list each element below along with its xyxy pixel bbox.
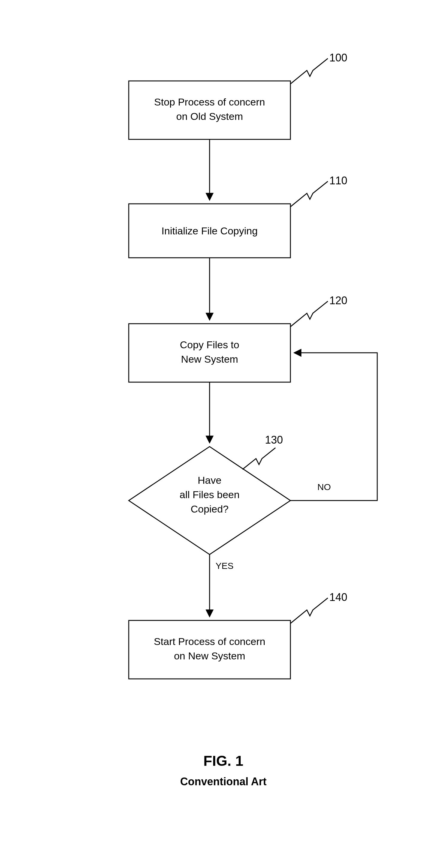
ref-120-text: 120 bbox=[329, 294, 347, 307]
diamond-130-line2: all Files been bbox=[180, 489, 240, 500]
ref-140: 140 bbox=[290, 591, 347, 623]
ref-110-text: 110 bbox=[329, 175, 347, 187]
label-no: NO bbox=[317, 482, 331, 492]
arrow-no-loop bbox=[290, 353, 377, 500]
ref-130: 130 bbox=[242, 434, 283, 469]
ref-100-text: 100 bbox=[329, 52, 347, 64]
box-start-process-new: Start Process of concern on New System bbox=[129, 620, 290, 679]
ref-110: 110 bbox=[290, 175, 347, 207]
svg-rect-4 bbox=[129, 620, 290, 679]
ref-140-text: 140 bbox=[329, 591, 347, 603]
ref-130-text: 130 bbox=[265, 434, 283, 446]
box-stop-process-old: Stop Process of concern on Old System bbox=[129, 81, 290, 140]
box-120-line1: Copy Files to bbox=[180, 339, 239, 350]
label-yes: YES bbox=[215, 561, 234, 571]
ref-100: 100 bbox=[290, 52, 347, 84]
ref-120: 120 bbox=[290, 294, 347, 327]
diamond-all-copied: Have all Files been Copied? bbox=[129, 446, 290, 555]
box-100-line1: Stop Process of concern bbox=[154, 96, 265, 107]
box-copy-files: Copy Files to New System bbox=[129, 324, 290, 382]
box-100-line2: on Old System bbox=[176, 111, 243, 122]
figure-title: FIG. 1 bbox=[203, 753, 243, 769]
box-140-line1: Start Process of concern bbox=[154, 636, 265, 647]
box-initialize-copy: Initialize File Copying bbox=[129, 204, 290, 258]
figure-subtitle: Conventional Art bbox=[180, 775, 267, 788]
diamond-130-line1: Have bbox=[198, 474, 221, 486]
box-110-line1: Initialize File Copying bbox=[161, 225, 257, 237]
box-120-line2: New System bbox=[181, 353, 238, 365]
diamond-130-line3: Copied? bbox=[191, 503, 229, 515]
flowchart: Stop Process of concern on Old System 10… bbox=[0, 0, 447, 868]
svg-rect-2 bbox=[129, 324, 290, 382]
svg-rect-0 bbox=[129, 81, 290, 140]
box-140-line2: on New System bbox=[174, 650, 245, 661]
svg-marker-3 bbox=[129, 446, 290, 555]
